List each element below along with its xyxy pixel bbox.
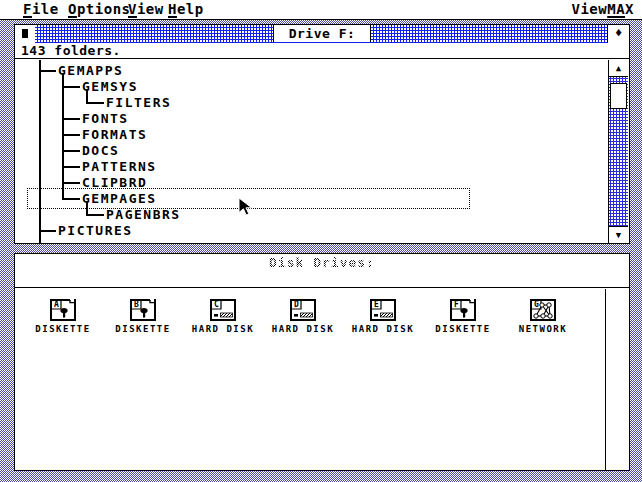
tree-branch	[62, 86, 80, 88]
tree-branch	[62, 182, 80, 184]
tree-item-clipbrd[interactable]: CLIPBRD	[82, 175, 147, 190]
tree-item-patterns[interactable]: PATTERNS	[82, 159, 157, 174]
scroll-down-icon: ▼	[616, 230, 621, 240]
drive-g-network[interactable]: G NETWORK	[503, 299, 583, 334]
tree-item-gempages[interactable]: GEMPAGES	[82, 191, 157, 206]
tree-branch	[86, 214, 104, 216]
closer-icon	[22, 29, 28, 38]
tree-trunk-gemapps	[62, 73, 64, 200]
tree-branch	[62, 134, 80, 136]
tree-branch	[39, 70, 56, 72]
disk-drives-content: A DISKETTE B DISKETTE	[15, 289, 629, 470]
disk-drives-title: Disk Drives:	[269, 255, 375, 270]
scroll-down-button[interactable]: ▼	[609, 226, 628, 243]
window-closer-button[interactable]	[15, 25, 36, 42]
network-icon	[528, 299, 558, 322]
diskette-icon	[48, 299, 78, 322]
drive-f-titlebar[interactable]: Drive F: ♦	[15, 25, 629, 44]
drive-letter: G	[534, 300, 539, 309]
scroll-up-button[interactable]: ▲	[609, 60, 628, 77]
tree-item-pictures[interactable]: PICTURES	[58, 223, 133, 238]
tree-item-filters[interactable]: FILTERS	[106, 95, 171, 110]
viewmax-desktop: File Options View Help ViewMAX Drive F: …	[0, 0, 642, 482]
menu-bar: File Options View Help ViewMAX	[0, 0, 642, 20]
tree-item-gemapps[interactable]: GEMAPPS	[58, 63, 123, 78]
disk-drives-window: Disk Drives: A DISKETTE	[14, 253, 630, 471]
menu-help[interactable]: Help	[168, 0, 204, 19]
drive-letter: B	[134, 300, 139, 309]
drive-label: DISKETTE	[23, 324, 103, 334]
drive-label: DISKETTE	[423, 324, 503, 334]
tree-item-docs[interactable]: DOCS	[82, 143, 119, 158]
hard-disk-icon	[208, 299, 238, 322]
window-title: Drive F:	[273, 25, 371, 42]
menu-view[interactable]: View	[128, 0, 164, 19]
drive-label: DISKETTE	[103, 324, 183, 334]
drive-c-hard-disk[interactable]: C HARD DISK	[183, 299, 263, 334]
scroll-thumb[interactable]	[610, 83, 627, 109]
drive-e-hard-disk[interactable]: E HARD DISK	[343, 299, 423, 334]
tree-branch	[62, 118, 80, 120]
hard-disk-icon	[368, 299, 398, 322]
tree-branch	[39, 230, 56, 232]
mouse-cursor-icon	[238, 197, 254, 217]
tree-item-pagenbrs[interactable]: PAGENBRS	[106, 207, 181, 222]
fullsizer-button[interactable]: ♦	[607, 25, 629, 42]
drive-letter: C	[214, 300, 219, 309]
diskette-icon	[128, 299, 158, 322]
drive-letter: E	[374, 300, 379, 309]
drive-label: HARD DISK	[183, 324, 263, 334]
drive-label: NETWORK	[503, 324, 583, 334]
menu-options[interactable]: Options	[68, 0, 131, 19]
tree-item-formats[interactable]: FORMATS	[82, 127, 147, 142]
drive-d-hard-disk[interactable]: D HARD DISK	[263, 299, 343, 334]
app-title: ViewMAX	[571, 0, 634, 19]
tree-branch	[86, 102, 104, 104]
tree-branch	[62, 166, 80, 168]
drive-letter: F	[454, 300, 459, 309]
folder-tree: GEMAPPS GEMSYS FILTERS FONTS FORMATS DOC…	[15, 60, 609, 243]
fullsize-diamond-icon: ♦	[615, 26, 622, 40]
drive-letter: D	[294, 300, 299, 309]
scroll-track[interactable]	[609, 77, 628, 226]
drive-f-diskette[interactable]: F DISKETTE	[423, 299, 503, 334]
scroll-up-icon: ▲	[616, 63, 621, 73]
tree-item-fonts[interactable]: FONTS	[82, 111, 129, 126]
tree-trunk-root	[39, 60, 41, 243]
tree-item-gemsys[interactable]: GEMSYS	[82, 79, 138, 94]
drive-label: HARD DISK	[263, 324, 343, 334]
tree-branch	[62, 150, 80, 152]
drive-a-diskette[interactable]: A DISKETTE	[23, 299, 103, 334]
diskette-icon	[448, 299, 478, 322]
vertical-scrollbar: ▲ ▼	[608, 60, 629, 243]
menu-file[interactable]: File	[23, 0, 59, 19]
drive-letter: A	[54, 300, 59, 309]
disk-drives-titlebar[interactable]: Disk Drives:	[15, 254, 629, 273]
hard-disk-icon	[288, 299, 318, 322]
disk-drives-infoline	[15, 272, 629, 288]
drive-f-window: Drive F: ♦ 143 folders. GEMA	[14, 24, 630, 244]
folder-count-status: 143 folders.	[15, 43, 629, 59]
scrollbar-divider	[605, 289, 606, 470]
drive-label: HARD DISK	[343, 324, 423, 334]
drive-b-diskette[interactable]: B DISKETTE	[103, 299, 183, 334]
